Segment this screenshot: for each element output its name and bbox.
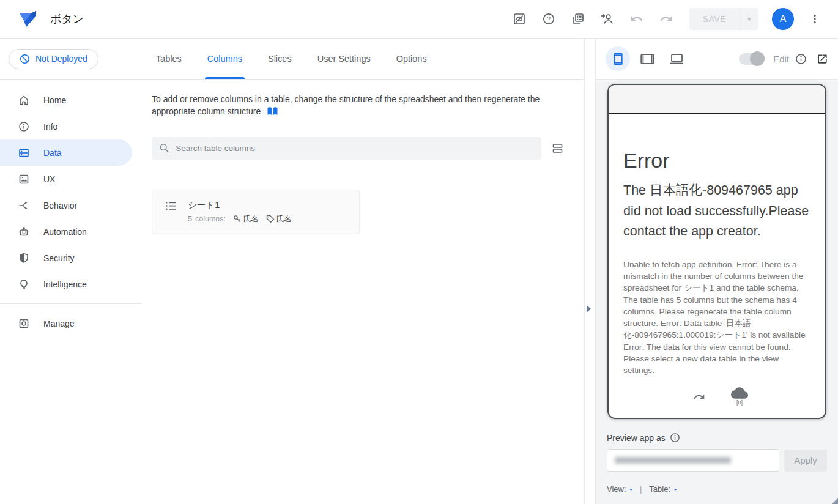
search-bar	[152, 137, 541, 160]
info-icon	[18, 121, 29, 132]
sidebar-item-data[interactable]: Data	[0, 139, 132, 166]
sidebar-item-label: Home	[43, 95, 66, 105]
phone-preview-header	[609, 85, 825, 114]
columns-count: 5	[188, 215, 192, 223]
table-value[interactable]: -	[674, 484, 677, 494]
key-column-name: 氏名	[243, 214, 259, 224]
tag-icon	[266, 215, 275, 223]
sidebar-item-label: Intelligence	[43, 280, 87, 289]
share-app-icon[interactable]	[595, 7, 620, 31]
instruction-text: To add or remove columns in a table, cha…	[152, 93, 546, 120]
key-icon	[233, 215, 242, 223]
panel-resize-divider[interactable]	[584, 39, 595, 504]
sidebar-item-label: Info	[43, 122, 57, 132]
label-column-chip: 氏名	[266, 214, 292, 224]
avatar[interactable]: A	[772, 8, 794, 30]
topbar: ボタン ?	[0, 0, 838, 39]
table-card-subtitle: 5 columns: 氏名	[188, 214, 292, 224]
sidebar-item-security[interactable]: Security	[0, 245, 147, 271]
preview-as-info-icon[interactable]	[670, 432, 680, 443]
sidebar-item-behavior[interactable]: Behavior	[0, 192, 147, 218]
deployment-status-label: Not Deployed	[35, 54, 87, 64]
error-message: The 日本語化-809467965 app did not load succ…	[623, 180, 810, 242]
help-icon[interactable]: ?	[536, 7, 561, 31]
offline-cloud-icon[interactable]: [0]	[731, 387, 748, 406]
table-list-icon	[165, 199, 177, 212]
data-tabs: Tables Columns Slices User Settings Opti…	[156, 39, 427, 79]
sidebar-item-label: Behavior	[43, 201, 77, 210]
tab-columns[interactable]: Columns	[207, 39, 242, 79]
key-column-chip: 氏名	[233, 214, 259, 224]
svg-text:?: ?	[547, 15, 551, 23]
tab-slices[interactable]: Slices	[268, 39, 292, 79]
manage-icon	[18, 318, 29, 329]
sidebar-item-home[interactable]: Home	[0, 87, 147, 113]
behavior-icon	[18, 200, 29, 211]
view-label: View:	[607, 484, 626, 494]
sidebar-item-label: Manage	[43, 319, 75, 328]
tab-tables[interactable]: Tables	[156, 39, 182, 79]
view-value[interactable]: -	[630, 484, 632, 494]
preview-off-icon[interactable]	[507, 7, 532, 31]
footer-separator: |	[640, 484, 642, 494]
app-title: ボタン	[50, 12, 84, 26]
error-detail: Unable to fetch app definition. Error: T…	[623, 259, 810, 377]
preview-user-input[interactable]	[607, 449, 779, 472]
sidebar-item-label: Data	[43, 148, 62, 158]
sync-count-badge: [0]	[731, 399, 748, 406]
apply-button[interactable]: Apply	[784, 450, 827, 472]
ux-icon	[18, 174, 29, 185]
sidebar-item-automation[interactable]: Automation	[0, 218, 147, 245]
preview-app-as-text: Preview app as	[607, 433, 666, 443]
undo-icon[interactable]	[625, 7, 649, 31]
sidebar-item-intelligence[interactable]: Intelligence	[0, 271, 147, 297]
save-dropdown-arrow[interactable]: ▼	[740, 8, 758, 30]
docs-book-icon[interactable]	[267, 106, 278, 119]
expand-all-icon[interactable]	[552, 143, 563, 154]
save-button[interactable]: SAVE	[689, 8, 740, 30]
device-desktop-button[interactable]	[664, 46, 689, 71]
sidebar: Home Info	[0, 80, 147, 504]
open-in-new-icon[interactable]	[817, 53, 828, 65]
window-resize-corner[interactable]	[832, 498, 838, 504]
preview-area: Error The 日本語化-809467965 app did not loa…	[596, 80, 838, 504]
edit-info-icon[interactable]	[795, 53, 807, 65]
sidebar-item-manage[interactable]: Manage	[0, 310, 147, 336]
sidebar-item-ux[interactable]: UX	[0, 166, 147, 192]
edit-toggle-label: Edit	[773, 54, 789, 64]
search-input[interactable]	[176, 144, 534, 153]
sidebar-item-label: Security	[43, 253, 75, 263]
edit-toggle[interactable]	[739, 53, 763, 65]
table-label: Table:	[649, 484, 670, 494]
error-title: Error	[623, 149, 810, 172]
device-phone-button[interactable]	[606, 46, 630, 71]
edit-toggle-knob	[750, 51, 765, 66]
phone-icon	[614, 53, 623, 65]
redo-icon[interactable]	[654, 7, 678, 31]
tab-options[interactable]: Options	[396, 39, 427, 79]
sidebar-item-info[interactable]: Info	[0, 113, 147, 139]
phone-preview-content: Error The 日本語化-809467965 app did not loa…	[609, 149, 825, 377]
collapse-panel-handle-icon[interactable]	[587, 305, 591, 313]
phone-preview-frame: Error The 日本語化-809467965 app did not loa…	[607, 84, 826, 419]
search-icon	[159, 143, 169, 154]
table-card-title: シート1	[188, 199, 292, 211]
appsheet-logo-icon[interactable]	[17, 8, 39, 30]
columns-panel: To add or remove columns in a table, cha…	[147, 80, 584, 504]
label-column-name: 氏名	[276, 214, 292, 224]
appsheet-editor: ボタン ?	[0, 0, 838, 504]
device-tablet-button[interactable]	[635, 46, 659, 71]
preview-footer: View: - | Table: -	[607, 484, 827, 494]
automation-icon	[18, 226, 29, 237]
intelligence-icon	[18, 279, 29, 290]
tab-user-settings[interactable]: User Settings	[317, 39, 371, 79]
sample-apps-icon[interactable]	[566, 7, 590, 31]
deployment-status-badge[interactable]: Not Deployed	[9, 49, 98, 69]
more-options-icon[interactable]	[803, 7, 827, 31]
sync-arrow-icon[interactable]	[692, 391, 706, 406]
not-deployed-icon	[20, 54, 30, 64]
table-card-sheet1[interactable]: シート1 5 columns: 氏名	[152, 190, 360, 234]
preview-app-as-label: Preview app as	[607, 432, 827, 443]
topbar-actions: ?	[502, 7, 827, 31]
instruction-label: To add or remove columns in a table, cha…	[152, 94, 540, 116]
